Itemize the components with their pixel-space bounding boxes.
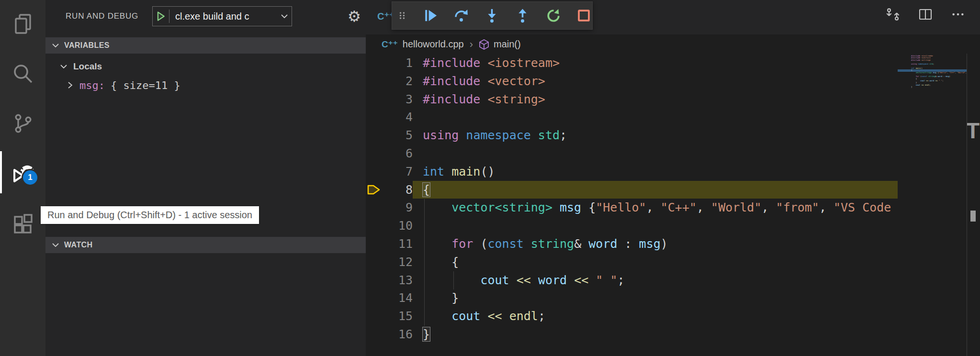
line-number[interactable]: 12	[366, 253, 413, 271]
code-line-text: #include <vector>	[413, 72, 898, 90]
line-number[interactable]: 9	[366, 199, 413, 217]
editor-actions	[885, 7, 966, 24]
code-line-text: cout << endl;	[413, 307, 898, 325]
symbol-cube-icon	[479, 39, 489, 50]
code-line-text: for (const string& word : msg)	[413, 235, 898, 253]
adjacent-editor-text: T	[967, 120, 980, 142]
line-number[interactable]: 14	[366, 289, 413, 307]
breadcrumb: C⁺⁺ helloworld.cpp › main()	[366, 34, 967, 54]
code-line-text: using namespace std;	[413, 126, 898, 145]
code-line[interactable]: 16}	[366, 325, 898, 344]
minimap[interactable]: #include <iostream>#include <vector>#inc…	[898, 55, 967, 98]
variables-section-label: VARIABLES	[64, 41, 110, 50]
stop-button[interactable]	[576, 8, 591, 23]
debug-toolbar	[392, 1, 593, 30]
watch-section-header[interactable]: WATCH	[45, 237, 366, 253]
code-line[interactable]: 12 {	[366, 253, 898, 271]
current-stackframe-arrow-icon	[367, 184, 381, 198]
sidebar-item-explorer[interactable]	[0, 6, 45, 44]
minimap-line-text: }	[901, 86, 912, 88]
line-number[interactable]: 10	[366, 217, 413, 235]
variables-section-header[interactable]: VARIABLES	[45, 37, 366, 54]
continue-button[interactable]	[423, 8, 438, 23]
line-number[interactable]: 15	[366, 307, 413, 325]
gear-icon[interactable]: ⚙	[345, 8, 363, 26]
code-line-text: {	[413, 181, 898, 199]
run-and-debug-sidebar: RUN AND DEBUG cl.exe build and c ⚙	[45, 0, 366, 356]
line-number[interactable]: 6	[366, 145, 413, 163]
line-number[interactable]: 4	[366, 108, 413, 126]
sidebar-item-search[interactable]	[0, 56, 45, 94]
code-line[interactable]: 3#include <string>	[366, 90, 898, 109]
code-line[interactable]: 1#include <iostream>	[366, 54, 898, 72]
code-line[interactable]: 10	[366, 217, 898, 235]
code-line-text	[413, 108, 898, 126]
tooltip-text: Run and Debug (Ctrl+Shift+D) - 1 active …	[47, 210, 252, 221]
step-into-button[interactable]	[484, 8, 499, 23]
launch-config-dropdown[interactable]: cl.exe build and c	[169, 11, 277, 22]
source-control-icon	[11, 112, 34, 137]
code-line[interactable]: 7int main()	[366, 163, 898, 181]
watch-section-label: WATCH	[64, 241, 92, 249]
adjacent-editor-sliver: T	[967, 54, 980, 356]
files-icon	[11, 12, 34, 37]
more-actions-icon[interactable]	[950, 7, 966, 24]
activity-bar: 1	[0, 0, 45, 356]
line-number[interactable]: 5	[366, 126, 413, 145]
code-line-text: #include <iostream>	[413, 54, 898, 72]
line-number[interactable]: 3	[366, 90, 413, 109]
code-line[interactable]: 15 cout << endl;	[366, 307, 898, 325]
code-line-text: }	[413, 289, 898, 307]
code-line[interactable]: 11 for (const string& word : msg)	[366, 235, 898, 253]
line-number[interactable]: 2	[366, 72, 413, 90]
breadcrumb-separator: ›	[470, 38, 473, 51]
variable-row-msg[interactable]: msg: { size=11 }	[45, 77, 366, 94]
sidebar-item-source-control[interactable]	[0, 105, 45, 144]
code-line-text: cout << word << " ";	[413, 271, 898, 289]
sidebar-title: RUN AND DEBUG	[66, 11, 138, 21]
line-number[interactable]: 13	[366, 271, 413, 289]
open-changes-icon[interactable]	[885, 7, 901, 24]
step-out-button[interactable]	[515, 8, 530, 23]
search-icon	[11, 62, 34, 87]
code-line-text	[413, 145, 898, 163]
code-line[interactable]: 5using namespace std;	[366, 126, 898, 145]
minimap-content: #include <iostream>#include <vector>#inc…	[898, 55, 967, 89]
code-line[interactable]: 8{	[366, 181, 898, 199]
breadcrumb-file[interactable]: helloworld.cpp	[403, 39, 464, 50]
indent-guide	[453, 271, 454, 289]
variable-name: msg:	[79, 79, 105, 91]
locals-scope-row[interactable]: Locals	[45, 58, 366, 75]
code-line[interactable]: 9 vector<string> msg {"Hello", "C++", "W…	[366, 199, 898, 217]
code-line[interactable]: 6	[366, 145, 898, 163]
chevron-right-icon[interactable]	[68, 79, 73, 91]
toolbar-gripper-icon[interactable]	[397, 8, 407, 23]
line-number[interactable]: 7	[366, 163, 413, 181]
chevron-down-icon	[60, 62, 68, 71]
code-line[interactable]: 13 cout << word << " ";	[366, 271, 898, 289]
breadcrumb-symbol[interactable]: main()	[494, 39, 521, 50]
adjacent-editor-cursor-block	[970, 211, 976, 222]
sidebar-item-extensions[interactable]	[0, 207, 45, 245]
tooltip: Run and Debug (Ctrl+Shift+D) - 1 active …	[41, 206, 259, 224]
locals-label: Locals	[73, 61, 102, 72]
code-line[interactable]: 14 }	[366, 289, 898, 307]
chevron-down-icon	[52, 41, 59, 50]
code-line[interactable]: 2#include <vector>	[366, 72, 898, 90]
start-debugging-button[interactable]	[153, 10, 169, 23]
code-line[interactable]: 4	[366, 108, 898, 126]
cpp-file-icon: C⁺⁺	[382, 39, 398, 50]
vscode-window: 1 RUN AND DEBUG cl.exe build and c	[0, 0, 980, 356]
chevron-down-icon[interactable]	[277, 14, 292, 19]
sidebar-item-run-and-debug[interactable]	[0, 154, 45, 192]
split-editor-icon[interactable]	[918, 7, 933, 24]
code-line-text: vector<string> msg {"Hello", "C++", "Wor…	[413, 199, 898, 217]
line-number[interactable]: 1	[366, 54, 413, 72]
launch-config-control[interactable]: cl.exe build and c	[152, 6, 292, 26]
code-editor[interactable]: 1#include <iostream>2#include <vector>3#…	[366, 54, 898, 344]
minimap-line: }	[898, 86, 967, 88]
restart-button[interactable]	[546, 8, 561, 23]
line-number[interactable]: 16	[366, 325, 413, 344]
line-number[interactable]: 11	[366, 235, 413, 253]
step-over-button[interactable]	[454, 8, 469, 23]
